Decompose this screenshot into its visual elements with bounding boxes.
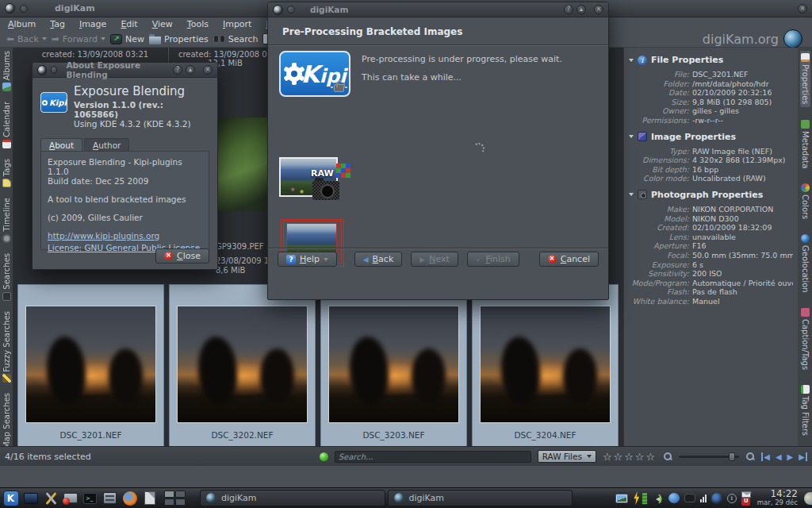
sidebar-tab-fuzzy-searches[interactable]: Fuzzy Searches <box>2 311 11 383</box>
property-row: Date: 02/10/2009 20:32:16 <box>629 88 793 98</box>
sidebar-tab-tags[interactable]: Tags <box>2 159 11 187</box>
property-value: -rw-r--r-- <box>692 116 723 125</box>
desktop-pager[interactable] <box>164 491 186 506</box>
kde-menu-button[interactable]: K <box>2 490 19 506</box>
chat-tray-icon[interactable] <box>668 493 680 503</box>
info-tray-icon[interactable]: i <box>727 494 737 503</box>
display-tray-icon[interactable] <box>615 494 628 503</box>
menu-item[interactable]: Edit <box>121 19 137 29</box>
properties-button[interactable]: Properties <box>149 34 209 44</box>
sidebar-tab-searches[interactable]: Searches <box>2 253 11 301</box>
konsole-launcher[interactable]: >_ <box>82 490 98 506</box>
task-button-digikam-1[interactable]: digiKam <box>200 490 385 506</box>
menu-item[interactable]: Tag <box>50 19 65 29</box>
about-dialog-titlebar[interactable]: About Exposure Blending ? ▴ × <box>33 63 217 78</box>
zoom-in-icon[interactable] <box>745 452 755 461</box>
menu-item[interactable]: Image <box>79 19 106 29</box>
mime-filter-dropdown[interactable]: RAW Files <box>538 450 596 463</box>
first-item-icon[interactable]: ◀ <box>761 452 770 461</box>
pin-icon[interactable] <box>51 66 58 74</box>
rollup-icon[interactable]: ▴ <box>576 5 586 14</box>
sidebar-tab-caption-tags[interactable]: Caption/Tags <box>800 306 810 372</box>
message-tray-icon[interactable] <box>684 494 695 502</box>
menu-item[interactable]: View <box>152 19 173 29</box>
sidebar-tab-albums[interactable]: Albums <box>2 51 11 91</box>
thumbnail-item[interactable]: DSC_3201.NEF created: 02/10/2009 18:32 9… <box>17 284 164 464</box>
close-icon[interactable]: × <box>798 4 807 13</box>
sidebar-tab-tag-filters[interactable]: Tag Filters <box>800 383 810 438</box>
next-item-icon[interactable]: ▶ <box>787 452 794 461</box>
window-menu-icon[interactable] <box>5 3 15 13</box>
envelope-icon <box>741 491 751 498</box>
new-album-button[interactable]: ↗ New <box>110 34 144 44</box>
property-row: Type: RAW Image file (NEF) <box>629 147 793 156</box>
last-item-icon[interactable]: ▶ <box>799 452 807 461</box>
search-input[interactable] <box>335 451 531 463</box>
previous-item-icon[interactable]: ◀ <box>776 452 782 461</box>
menu-item[interactable]: Album <box>8 19 36 29</box>
property-value: 4 320x2 868 (12.39Mpx) <box>692 156 786 165</box>
sidebar-tab-timeline[interactable]: Timeline <box>2 198 11 243</box>
task-button-digikam-2[interactable]: digiKam <box>388 490 573 506</box>
file-manager-launcher[interactable] <box>102 490 118 506</box>
property-label: Mode/Program: <box>629 279 689 288</box>
battery-icon <box>642 492 648 505</box>
window-menu-icon[interactable] <box>37 65 47 75</box>
close-button[interactable]: × Close <box>155 248 209 264</box>
tab-about[interactable]: About <box>40 138 82 151</box>
back-button[interactable]: ◀ Back <box>354 252 403 267</box>
help-icon[interactable]: ? <box>173 65 182 75</box>
network-globe-icon[interactable] <box>711 493 722 504</box>
network-signal-icon[interactable] <box>700 494 707 502</box>
thumbnail-item[interactable]: DSC_3203.NEF created: 02/10/2009 18:33 1… <box>320 284 467 464</box>
clock[interactable]: 14:22 mar, 29 déc <box>757 490 798 507</box>
pin-icon[interactable] <box>20 5 28 13</box>
tab-author[interactable]: Author <box>84 138 129 151</box>
system-tools-launcher[interactable] <box>42 490 59 506</box>
close-icon[interactable]: × <box>203 65 213 75</box>
back-button[interactable]: ⬅ Back <box>6 33 47 44</box>
binoculars-icon <box>213 35 225 43</box>
sidebar-tab-metadata[interactable]: Metadata <box>800 117 810 171</box>
close-icon[interactable]: × <box>594 5 603 14</box>
file-properties-header[interactable]: i File Properties <box>629 55 793 65</box>
display-settings-launcher[interactable] <box>62 490 79 506</box>
finish-button[interactable]: ✓ Finish <box>467 252 519 267</box>
pin-icon[interactable] <box>287 6 295 13</box>
sidebar-tab-geolocation[interactable]: Geolocation <box>800 232 810 295</box>
sidebar-tab-calendar[interactable]: Calendar <box>2 102 11 148</box>
zoom-slider[interactable] <box>679 456 739 458</box>
dialog-title: digiKam <box>310 5 348 14</box>
rating-stars[interactable]: ☆☆☆☆☆ <box>603 452 657 462</box>
image-properties-header[interactable]: Image Properties <box>629 132 793 142</box>
moon-widget-icon[interactable] <box>804 492 812 505</box>
sidebar-tab-colors[interactable]: Colors <box>800 181 810 221</box>
menu-item[interactable]: Import <box>223 19 252 29</box>
help-button[interactable]: ? Help <box>278 252 337 267</box>
menu-item[interactable]: Tools <box>187 19 209 29</box>
zoom-slider-handle[interactable] <box>729 452 735 461</box>
battery-tray-icon[interactable] <box>633 491 648 505</box>
forward-button[interactable]: ➡ Forward <box>52 33 105 44</box>
raw-item-thumbnail[interactable]: RAW <box>279 157 358 210</box>
wizard-titlebar[interactable]: digiKam ? ▴ × <box>268 2 608 17</box>
search-button[interactable]: Search <box>213 34 259 44</box>
zoom-out-icon[interactable] <box>663 452 672 461</box>
cancel-button[interactable]: × Cancel <box>539 252 599 267</box>
volume-tray-icon[interactable] <box>653 494 664 503</box>
terminal-launcher[interactable] <box>22 490 39 506</box>
script-launcher[interactable] <box>141 490 158 506</box>
website-link[interactable]: http://www.kipi-plugins.org <box>48 231 202 241</box>
sidebar-tab-properties[interactable]: Properties <box>800 51 810 107</box>
kipi-logo: Kipi <box>279 51 350 97</box>
next-button[interactable]: ▶ Next <box>411 252 458 267</box>
firefox-launcher[interactable] <box>121 490 138 506</box>
help-icon[interactable]: ? <box>564 5 573 14</box>
window-menu-icon[interactable] <box>273 5 283 15</box>
thumbnail-item[interactable]: DSC_3202.NEF created: 02/10/2009 18:32 1… <box>169 284 316 464</box>
photograph-properties-header[interactable]: Photograph Properties <box>629 190 793 200</box>
rollup-icon[interactable]: ▴ <box>186 65 195 75</box>
mail-notifier-icon[interactable]: U <box>741 491 751 506</box>
thumbnail-item[interactable]: DSC_3204.NEF created: 02/10/2009 18:33 9… <box>472 284 619 464</box>
tags-icon <box>2 179 11 187</box>
